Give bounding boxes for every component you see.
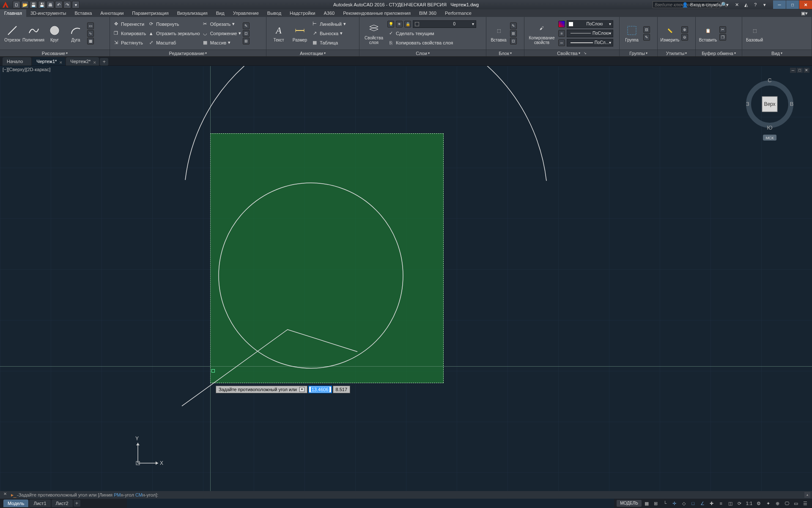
sun-icon[interactable]: ☀ [396,21,403,28]
leader-tool[interactable]: ↗Выноска▾ [311,30,346,37]
spline-icon[interactable]: ∿ [87,30,94,37]
status-grid-icon[interactable]: ▦ [642,500,651,507]
status-custom-icon[interactable]: ☰ [801,500,809,507]
dim-tool[interactable]: Размер [290,24,310,42]
paste-tool[interactable]: 📋Вставить [698,24,718,42]
user-icon[interactable]: 👤 [681,1,689,8]
vp-close-icon[interactable]: ✕ [804,68,809,73]
arc-tool[interactable]: Дуга [66,24,85,42]
drawing-area[interactable]: [−][Сверху][2D-каркас] ─ □ ✕ X Y [0,66,812,491]
status-trans-icon[interactable]: ◫ [726,500,735,507]
tab-apps[interactable]: Рекомендованные приложения [339,9,415,17]
layout-model[interactable]: Модель [3,500,28,507]
viewcube[interactable]: Верх С Ю З В МСК [744,75,795,142]
ribbon-minimize-icon[interactable]: ▣▾ [797,9,812,17]
status-polar-icon[interactable]: ✛ [670,500,679,507]
maximize-button[interactable]: □ [786,0,799,9]
help-dd-icon[interactable]: ▾ [760,1,769,8]
undo-icon[interactable]: ↶ [55,1,63,8]
tab-a360[interactable]: A360 [319,9,339,17]
mirror-tool[interactable]: ▲Отразить зеркально [148,30,200,37]
bulb-icon[interactable]: 💡 [387,21,394,28]
text-tool[interactable]: AТекст [269,24,288,42]
rect-icon[interactable]: ▭ [87,22,94,29]
tab-close-icon[interactable]: ✕ [59,58,63,67]
dyn-options-icon[interactable]: ▾ [299,387,304,392]
insert-block-tool[interactable]: ⬚Вставка [489,24,508,42]
lineweight-icon[interactable]: ═ [558,39,565,46]
cmd-close-icon[interactable]: ✕ [2,491,8,498]
tab-perf[interactable]: Performance [441,9,476,17]
plot-icon[interactable]: 🖶 [47,1,54,8]
scale-tool[interactable]: ⤢Масштаб [148,39,200,47]
tab-bim360[interactable]: BIM 360 [415,9,441,17]
status-snap-icon[interactable]: ⊞ [652,500,660,507]
layer-props-tool[interactable]: Свойства слоя [362,22,386,45]
circle-tool[interactable]: Круг [45,24,64,42]
panel-draw-expand-icon[interactable]: ▾ [66,51,68,55]
dyn-input-x[interactable]: 13.4606 [308,386,332,393]
panel-layers-expand-icon[interactable]: ▾ [428,51,430,55]
status-dyn-icon[interactable]: ✚ [708,500,716,507]
tab-view[interactable]: Вид [212,9,229,17]
qat-dropdown-icon[interactable]: ▾ [72,1,80,8]
util-1-icon[interactable]: ⊕ [681,26,688,33]
exchange-icon[interactable]: ✕ [732,1,741,8]
copy-tool[interactable]: ❐Копировать [112,30,146,37]
linetype-icon[interactable]: ≡ [558,30,565,37]
vp-max-icon[interactable]: □ [797,68,803,73]
status-ws-icon[interactable]: ⊕ [773,500,782,507]
tab-output[interactable]: Вывод [263,9,285,17]
tab-addins[interactable]: Надстройки [285,9,319,17]
fillet-tool[interactable]: ◡Сопряжение▾ [202,30,241,37]
block-edit-icon[interactable]: ✎ [510,22,517,29]
tab-drawing2[interactable]: Чертеж2*✕ [66,57,99,66]
linear-dim-tool[interactable]: ⊢Линейный▾ [311,20,346,28]
status-otrack-icon[interactable]: ∠ [698,500,707,507]
edit-pl3-icon[interactable]: ⊞ [243,38,250,44]
command-line[interactable]: ✕ ▸_ -Задайте противоположный угол или [… [0,491,812,499]
match-props-tool[interactable]: 🖌Копирование свойств [527,22,557,45]
layout-add-button[interactable]: + [74,500,80,507]
group-tool[interactable]: Группа [622,24,642,42]
edit-pl2-icon[interactable]: ⊡ [243,30,250,37]
panel-utils-expand-icon[interactable]: ▾ [685,51,687,55]
color-dropdown[interactable]: ПоСлою▾ [567,20,613,28]
a360-icon[interactable]: ◭ [742,1,750,8]
layer-dropdown[interactable]: 0▾ [413,20,476,28]
status-clean-icon[interactable]: ▭ [792,500,800,507]
cmd-history-icon[interactable]: ▴ [804,492,810,498]
line-tool[interactable]: Отрезок [3,24,22,42]
group-edit-icon[interactable]: ✎ [643,34,650,41]
close-button[interactable]: ✕ [799,0,812,9]
tab-start[interactable]: Начало [3,57,31,66]
tab-annot[interactable]: Аннотации [96,9,128,17]
status-osnap-icon[interactable]: □ [689,500,697,507]
login-label[interactable]: Вход в службы [690,2,722,7]
copy-clip-icon[interactable]: ❐ [719,34,726,41]
block-attr-icon[interactable]: ⊡ [510,38,517,44]
save-icon[interactable]: 💾 [30,1,37,8]
status-model[interactable]: МОДЕЛЬ [617,500,641,507]
tab-insert[interactable]: Вставка [70,9,96,17]
login-dd-icon[interactable]: ▾ [723,1,732,8]
open-icon[interactable]: 📂 [21,1,29,8]
viewport-label[interactable]: [−][Сверху][2D-каркас] [3,67,50,72]
tab-vis[interactable]: Визуализация [173,9,212,17]
status-mon-icon[interactable]: 🖵 [782,500,791,507]
util-2-icon[interactable]: ⊖ [681,34,688,41]
saveas-icon[interactable]: 💾 [38,1,46,8]
cut-icon[interactable]: ✂ [719,26,726,33]
tab-manage[interactable]: Управление [229,9,263,17]
vp-min-icon[interactable]: ─ [790,68,796,73]
tab-3d[interactable]: 3D-инструменты [26,9,71,17]
lineweight-dropdown[interactable]: ПоСл...▾ [567,39,613,47]
panel-view-expand-icon[interactable]: ▾ [781,51,782,55]
color-icon[interactable] [558,21,565,28]
base-view-tool[interactable]: ⬚Базовый [745,24,764,42]
ungroup-icon[interactable]: ⊟ [643,26,650,33]
minimize-button[interactable]: ─ [773,0,786,9]
app-logo-icon[interactable] [1,0,10,9]
match-layer-tool[interactable]: ⎘Копировать свойства слоя [387,39,480,47]
panel-edit-expand-icon[interactable]: ▾ [205,51,207,55]
